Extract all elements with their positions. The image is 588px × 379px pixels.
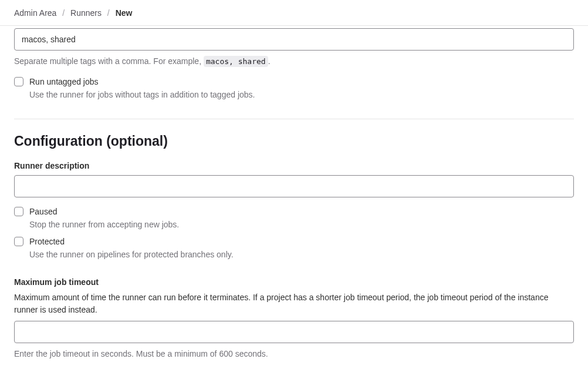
breadcrumb: Admin Area / Runners / New <box>0 0 588 26</box>
breadcrumb-separator: / <box>62 8 65 18</box>
configuration-heading: Configuration (optional) <box>14 133 574 149</box>
max-timeout-label: Maximum job timeout <box>14 277 574 287</box>
protected-desc: Use the runner on pipelines for protecte… <box>29 249 234 261</box>
tags-help: Separate multiple tags with a comma. For… <box>14 55 574 68</box>
protected-label: Protected <box>29 236 234 247</box>
run-untagged-desc: Use the runner for jobs without tags in … <box>29 89 255 101</box>
protected-checkbox[interactable] <box>14 237 23 246</box>
breadcrumb-current: New <box>116 8 133 18</box>
runner-description-input[interactable] <box>14 175 574 197</box>
breadcrumb-separator: / <box>107 8 110 18</box>
paused-label: Paused <box>29 206 179 217</box>
paused-desc: Stop the runner from accepting new jobs. <box>29 219 179 231</box>
breadcrumb-runners[interactable]: Runners <box>70 8 102 18</box>
tags-input[interactable] <box>14 28 574 51</box>
max-timeout-help: Enter the job timeout in seconds. Must b… <box>14 348 574 360</box>
breadcrumb-admin-area[interactable]: Admin Area <box>14 8 56 18</box>
run-untagged-checkbox[interactable] <box>14 77 23 86</box>
max-timeout-input[interactable] <box>14 321 574 343</box>
runner-description-label: Runner description <box>14 161 574 170</box>
section-divider <box>14 119 574 119</box>
tags-example-code: macos, shared <box>204 56 268 67</box>
max-timeout-desc: Maximum amount of time the runner can ru… <box>14 291 574 316</box>
run-untagged-label: Run untagged jobs <box>29 76 255 88</box>
paused-checkbox[interactable] <box>14 207 23 216</box>
